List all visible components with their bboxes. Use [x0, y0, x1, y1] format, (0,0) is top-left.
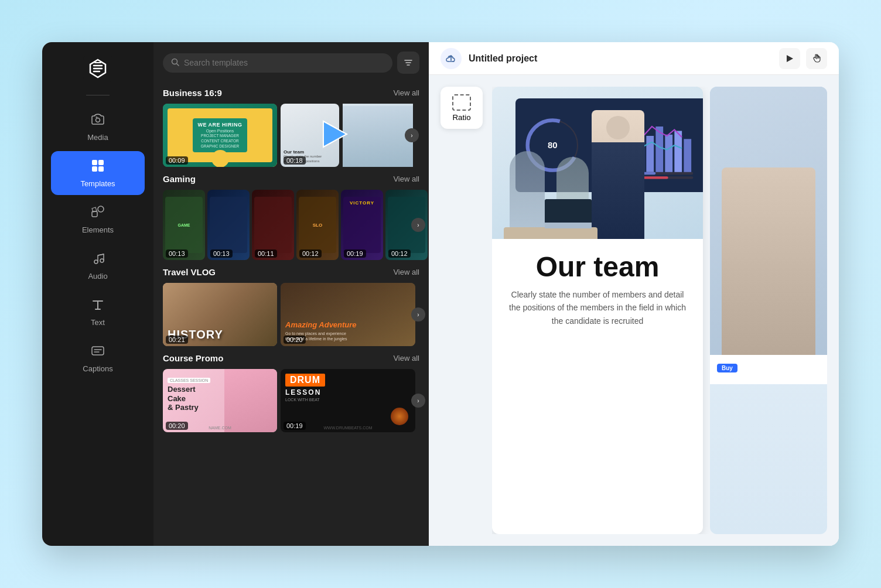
business-nav-arrow[interactable]: › [405, 128, 419, 142]
svg-rect-4 [92, 166, 97, 172]
sidebar-item-media[interactable]: Media [51, 105, 145, 149]
elements-label: Elements [82, 225, 114, 234]
course-view-all[interactable]: View all [393, 354, 419, 363]
search-bar [163, 52, 419, 74]
media-icon [90, 112, 105, 129]
sidebar-item-text[interactable]: Text [51, 290, 145, 334]
search-input-wrap[interactable] [163, 53, 392, 73]
upload-icon [440, 48, 462, 69]
our-team-heading: Our team [506, 253, 689, 281]
sidebar-item-elements[interactable]: Elements [51, 197, 145, 241]
duration-dessert: 00:20 [166, 422, 188, 430]
duration-gaming-2: 00:13 [210, 249, 233, 258]
duration-hiring: 00:09 [166, 156, 188, 165]
course-nav-arrow[interactable]: › [411, 394, 425, 408]
captions-icon [90, 343, 105, 361]
template-thumb-history[interactable]: HISTORY 00:21 [163, 283, 277, 346]
sidebar-item-audio[interactable]: Audio [51, 244, 145, 288]
app-logo [83, 54, 112, 83]
travel-section-header: Travel VLOG View all [163, 267, 419, 277]
duration-gaming-3: 00:11 [255, 249, 277, 258]
side-person [722, 167, 815, 355]
buy-badge: Buy [717, 364, 737, 372]
canvas-body: Ratio [429, 75, 839, 546]
template-thumb-dessert[interactable]: CLASSES SESSION DessertCake& Pastry NAME… [163, 369, 277, 432]
travel-section-title: Travel VLOG [163, 267, 216, 277]
filter-button[interactable] [397, 52, 419, 74]
gaming-section-title: Gaming [163, 174, 196, 184]
elements-icon [90, 204, 105, 222]
svg-point-1 [96, 118, 100, 122]
template-thumb-gaming-4[interactable]: SLO 00:12 [296, 190, 339, 260]
svg-rect-2 [92, 160, 97, 165]
template-panel: Business 16:9 View all WE ARE HIRING Ope… [153, 42, 429, 546]
template-thumb-team-2[interactable] [343, 104, 413, 167]
duration-team-1: 00:18 [284, 156, 306, 165]
ratio-button[interactable]: Ratio [440, 87, 483, 129]
preview-top-image: 80 [492, 87, 703, 239]
text-label: Text [91, 318, 105, 327]
sidebar: Media Templates [42, 42, 153, 546]
templates-icon [90, 158, 105, 176]
template-thumb-gaming-1[interactable]: GAME 00:13 [163, 190, 205, 260]
ratio-icon [452, 94, 471, 111]
template-thumb-drum[interactable]: DRUM LESSON LOCK WITH BEAT WWW.DRUMBEATS… [281, 369, 415, 432]
gaming-nav-arrow[interactable]: › [411, 218, 425, 232]
templates-label: Templates [80, 179, 115, 188]
preview-main: 80 [492, 87, 703, 534]
course-template-grid: CLASSES SESSION DessertCake& Pastry NAME… [163, 369, 419, 432]
travel-template-grid: HISTORY 00:21 Amazing Adventure Go to ne… [163, 283, 419, 346]
business-second-group: Our team Clearly state the numberand det… [281, 104, 413, 167]
captions-label: Captions [83, 364, 112, 373]
side-bottom: Buy [710, 355, 827, 384]
play-button[interactable] [779, 48, 800, 69]
canvas-area: Untitled project Ra [429, 42, 839, 546]
ratio-panel: Ratio [440, 87, 483, 534]
laptop [545, 199, 592, 228]
template-thumb-hiring[interactable]: WE ARE HIRING Open Positions PROJECT MAN… [163, 104, 277, 167]
search-icon [171, 58, 179, 68]
gaming-template-grid: GAME 00:13 00:13 00:11 [163, 190, 419, 260]
gaming-view-all[interactable]: View all [393, 175, 419, 183]
template-thumb-team-1[interactable]: Our team Clearly state the numberand det… [281, 104, 339, 167]
course-section-header: Course Promo View all [163, 353, 419, 363]
template-thumb-gaming-2[interactable]: 00:13 [207, 190, 250, 260]
header-actions [779, 48, 827, 69]
svg-marker-13 [787, 55, 793, 62]
side-top-image [710, 87, 827, 355]
business-template-grid: WE ARE HIRING Open Positions PROJECT MAN… [163, 104, 419, 167]
business-section-header: Business 16:9 View all [163, 88, 419, 98]
template-thumb-gaming-5[interactable]: VICTORY 00:19 [341, 190, 383, 260]
audio-label: Audio [88, 272, 107, 281]
svg-rect-27 [684, 139, 691, 173]
svg-rect-5 [98, 166, 104, 172]
sidebar-item-captions[interactable]: Captions [51, 336, 145, 380]
preview-side: Buy [710, 87, 827, 534]
template-thumb-adventure[interactable]: Amazing Adventure Go to new places and e… [281, 283, 415, 346]
template-thumb-gaming-3[interactable]: 00:11 [252, 190, 294, 260]
svg-rect-26 [674, 131, 682, 173]
hand-tool-button[interactable] [806, 48, 827, 69]
canvas-header: Untitled project [429, 42, 839, 75]
ratio-label: Ratio [452, 113, 470, 122]
duration-gaming-5: 00:19 [344, 249, 366, 258]
svg-point-7 [98, 206, 104, 212]
svg-rect-10 [92, 347, 104, 355]
travel-view-all[interactable]: View all [393, 268, 419, 276]
business-section-title: Business 16:9 [163, 88, 222, 98]
business-view-all[interactable]: View all [393, 88, 419, 97]
media-label: Media [87, 133, 108, 142]
text-icon [90, 297, 105, 314]
svg-rect-25 [665, 135, 672, 173]
sidebar-item-templates[interactable]: Templates [51, 151, 145, 195]
preview-bottom-text: Our team Clearly state the number of mem… [492, 239, 703, 341]
svg-rect-23 [646, 136, 654, 173]
presenter [592, 110, 644, 239]
search-input[interactable] [184, 58, 384, 67]
travel-nav-arrow[interactable]: › [411, 307, 425, 322]
app-window: Media Templates [42, 42, 839, 546]
meeting-table [504, 227, 597, 239]
panel-scroll[interactable]: Business 16:9 View all WE ARE HIRING Ope… [153, 81, 429, 546]
audio-icon [90, 251, 105, 268]
course-section-title: Course Promo [163, 353, 223, 363]
